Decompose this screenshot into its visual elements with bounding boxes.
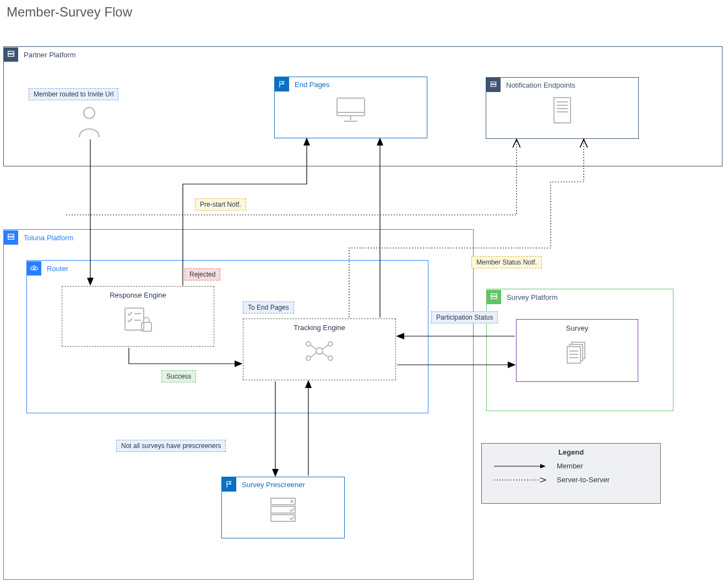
arrow-solid-icon — [493, 463, 548, 470]
tag-participation-status: Participation Status — [431, 311, 498, 323]
tag-success: Success — [161, 370, 196, 382]
svg-point-31 — [328, 356, 333, 360]
box-notification-endpoints: Notification Endpoints — [486, 77, 639, 139]
arrow-dotted-icon — [493, 477, 548, 483]
tag-pre-start: Pre-start Notf. — [195, 198, 246, 211]
svg-rect-49 — [271, 515, 295, 521]
svg-line-34 — [322, 345, 328, 349]
panel-label: Partner Platform — [24, 51, 76, 59]
box-survey: Survey — [516, 319, 638, 382]
svg-rect-1 — [8, 54, 14, 56]
server-rack-icon — [486, 96, 638, 124]
checklist-lock-icon — [123, 306, 154, 335]
svg-point-27 — [316, 348, 323, 354]
svg-line-35 — [322, 353, 328, 357]
server-icon — [4, 230, 18, 245]
box-label: Response Engine — [110, 291, 166, 299]
box-response-engine: Response Engine — [62, 286, 214, 347]
box-label: Tracking Engine — [294, 323, 345, 332]
tag-member-routed: Member routed to Invite Url — [29, 88, 118, 100]
svg-rect-9 — [491, 82, 496, 84]
box-tracking-engine: Tracking Engine — [243, 319, 396, 380]
monitor-icon — [275, 96, 427, 125]
tag-note-prescreeners: Not all surveys have prescreeners — [116, 440, 226, 452]
svg-rect-36 — [491, 294, 497, 296]
svg-point-29 — [306, 356, 311, 360]
box-label: Survey — [566, 324, 588, 332]
svg-rect-0 — [8, 51, 14, 53]
server-icon — [486, 78, 501, 92]
server-icon — [4, 47, 18, 62]
panel-label: Survey Platform — [507, 293, 557, 301]
svg-point-30 — [328, 342, 333, 346]
box-end-pages: End Pages — [274, 77, 427, 138]
legend-member: Member — [557, 462, 583, 470]
svg-line-33 — [311, 353, 317, 357]
svg-rect-17 — [8, 237, 14, 239]
svg-rect-37 — [491, 296, 497, 299]
svg-rect-23 — [125, 308, 144, 330]
documents-icon — [564, 339, 590, 367]
page-title: Member-Survey Flow — [7, 4, 132, 20]
tag-to-end-pages: To End Pages — [243, 301, 294, 314]
tag-member-status: Member Status Notf. — [471, 256, 542, 268]
box-label: Notification Endpoints — [506, 81, 575, 89]
cloud-icon — [27, 261, 41, 276]
svg-rect-10 — [491, 84, 496, 87]
flag-icon — [275, 77, 289, 91]
svg-rect-5 — [337, 98, 365, 116]
tag-rejected: Rejected — [184, 268, 220, 280]
panel-label: Toluna Platform — [24, 234, 73, 242]
svg-point-3 — [84, 107, 95, 118]
svg-rect-48 — [271, 506, 295, 513]
user-icon — [77, 106, 102, 140]
network-icon — [304, 338, 335, 365]
svg-rect-16 — [8, 234, 14, 236]
svg-line-32 — [311, 345, 317, 349]
legend-s2s: Server-to-Server — [557, 476, 610, 484]
panel-label: Router — [47, 265, 68, 273]
box-label: End Pages — [295, 80, 330, 89]
flag-icon — [222, 477, 236, 492]
svg-point-28 — [306, 342, 311, 346]
svg-point-18 — [34, 268, 35, 269]
server-icon — [487, 290, 501, 304]
list-check-icon — [222, 496, 344, 524]
box-label: Survey Prescreener — [242, 481, 305, 489]
svg-rect-11 — [554, 98, 571, 123]
legend-title: Legend — [482, 444, 660, 460]
legend-box: Legend Member Server-to-Server — [481, 443, 661, 504]
svg-marker-51 — [540, 464, 546, 468]
box-survey-prescreener: Survey Prescreener — [221, 477, 345, 538]
